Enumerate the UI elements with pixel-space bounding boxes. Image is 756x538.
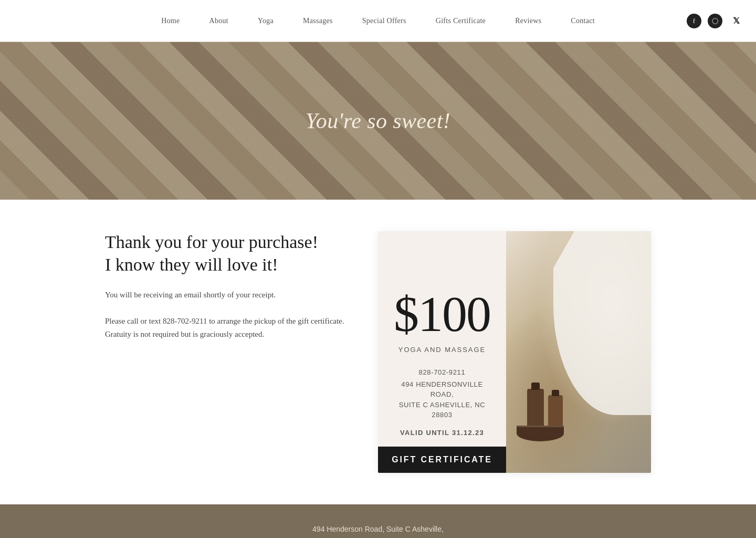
gift-card-address: 494 HENDERSONVILLE ROAD, SUITE C ASHEVIL… xyxy=(394,379,490,420)
bottle1-decoration xyxy=(527,389,544,431)
nav-item-special-offers[interactable]: Special Offers xyxy=(348,17,421,25)
footer-address: 494 Henderson Road, Suite C Asheville, N… xyxy=(10,523,746,538)
receipt-notice: You will be receiving an email shortly o… xyxy=(105,288,346,302)
nav-link-home[interactable]: Home xyxy=(146,17,194,25)
gift-card-photo xyxy=(506,231,651,473)
gift-card-phone: 828-702-9211 xyxy=(419,368,466,376)
nav-item-yoga[interactable]: Yoga xyxy=(243,17,288,25)
nav-link-reviews[interactable]: Reviews xyxy=(500,17,556,25)
gift-card-amount: $100 xyxy=(394,289,490,339)
nav-link-special-offers[interactable]: Special Offers xyxy=(348,17,421,25)
facebook-icon[interactable]: f xyxy=(687,14,701,28)
instagram-icon[interactable]: ◯ xyxy=(708,14,722,28)
nav-links: Home About Yoga Massages Special Offers … xyxy=(146,17,610,25)
pickup-notice: Please call or text 828-702-9211 to arra… xyxy=(105,315,346,342)
hero-title: You're so sweet! xyxy=(306,108,450,133)
twitter-icon[interactable]: 𝕏 xyxy=(729,14,743,28)
gift-certificate-card: $100 YOGA AND MASSAGE 828-702-9211 494 H… xyxy=(378,231,651,473)
social-icons: f ◯ 𝕏 xyxy=(687,14,743,28)
nav-link-gifts-certificate[interactable]: Gifts Certificate xyxy=(421,17,500,25)
nav-item-about[interactable]: About xyxy=(195,17,243,25)
hero-section: You're so sweet! xyxy=(0,42,756,200)
purchase-text: Thank you for your purchase! I know they… xyxy=(105,231,346,342)
gift-card-valid: VALID UNTIL 31.12.23 xyxy=(400,429,484,437)
bowl-decoration xyxy=(517,426,564,441)
nav-item-massages[interactable]: Massages xyxy=(288,17,348,25)
nav-link-about[interactable]: About xyxy=(195,17,243,25)
nav-link-contact[interactable]: Contact xyxy=(556,17,610,25)
thank-you-heading: Thank you for your purchase! I know they… xyxy=(105,231,346,276)
gift-card-subtitle: YOGA AND MASSAGE xyxy=(398,346,486,354)
site-footer: 494 Henderson Road, Suite C Asheville, N… xyxy=(0,504,756,538)
main-nav: Home About Yoga Massages Special Offers … xyxy=(0,0,756,42)
main-content: Thank you for your purchase! I know they… xyxy=(63,231,693,473)
nav-item-reviews[interactable]: Reviews xyxy=(500,17,556,25)
nav-item-contact[interactable]: Contact xyxy=(556,17,610,25)
nav-link-yoga[interactable]: Yoga xyxy=(243,17,288,25)
gift-card-left-panel: $100 YOGA AND MASSAGE 828-702-9211 494 H… xyxy=(378,231,506,473)
nav-item-gifts-certificate[interactable]: Gifts Certificate xyxy=(421,17,500,25)
nav-link-massages[interactable]: Massages xyxy=(288,17,348,25)
gift-card-footer-label: GIFT CERTIFICATE xyxy=(378,447,506,473)
nav-item-home[interactable]: Home xyxy=(146,17,194,25)
